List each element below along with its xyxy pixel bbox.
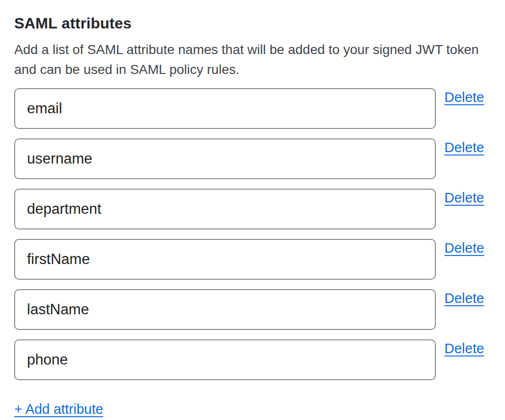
delete-link[interactable]: Delete <box>444 190 484 206</box>
section-title: SAML attributes <box>14 14 486 32</box>
attribute-list: Delete Delete Delete Delete Delete Delet… <box>14 88 486 380</box>
delete-link[interactable]: Delete <box>444 240 484 256</box>
attribute-row: Delete <box>14 239 486 280</box>
add-attribute-link[interactable]: + Add attribute <box>14 401 103 417</box>
attribute-input[interactable] <box>14 189 436 229</box>
section-description: Add a list of SAML attribute names that … <box>14 40 486 80</box>
attribute-row: Delete <box>14 138 486 179</box>
delete-link[interactable]: Delete <box>444 139 484 155</box>
delete-link[interactable]: Delete <box>444 340 484 356</box>
attribute-input[interactable] <box>14 289 436 330</box>
delete-link[interactable]: Delete <box>444 89 484 105</box>
delete-link[interactable]: Delete <box>444 290 484 306</box>
attribute-input[interactable] <box>14 138 436 179</box>
attribute-input[interactable] <box>14 239 436 280</box>
attribute-row: Delete <box>14 88 486 129</box>
saml-attributes-section: SAML attributes Add a list of SAML attri… <box>0 0 505 417</box>
attribute-input[interactable] <box>14 339 436 380</box>
attribute-row: Delete <box>14 339 486 380</box>
attribute-row: Delete <box>14 289 486 330</box>
attribute-row: Delete <box>14 189 486 229</box>
attribute-input[interactable] <box>14 88 436 129</box>
